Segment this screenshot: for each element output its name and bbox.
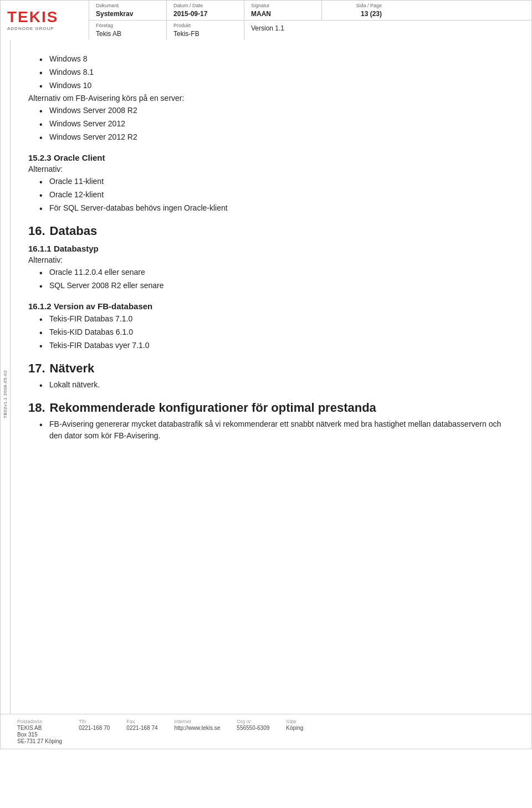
- list-item: FB-Avisering genererar mycket databastra…: [39, 418, 509, 442]
- produkt-value: Tekis-FB: [173, 30, 200, 38]
- tfn-value: 0221-168 70: [79, 725, 110, 731]
- alternativ-label: Alternativ:: [28, 165, 509, 173]
- section-18-body-list: FB-Avisering genererar mycket databastra…: [39, 418, 509, 442]
- logo-name: TEKIS: [7, 9, 58, 25]
- list-item: Windows Server 2012: [39, 118, 509, 130]
- section-16: 16. Databas: [28, 224, 509, 238]
- version-value: Version 1.1: [251, 24, 284, 32]
- list-item: Windows 8: [39, 53, 509, 65]
- sate-label: Säte: [286, 719, 303, 724]
- list-item: För SQL Server-databas behövs ingen Orac…: [39, 202, 509, 214]
- signatur-label: Signatur: [251, 3, 315, 8]
- header-version: Version 1.1: [244, 21, 322, 40]
- page-header: TEKIS ADDNODE GROUP Dokument Systemkrav …: [0, 0, 532, 40]
- list-item: Windows Server 2012 R2: [39, 131, 509, 143]
- list-item: Windows 10: [39, 80, 509, 91]
- list-item: Oracle 11.2.0.4 eller senare: [39, 267, 509, 278]
- section-18-title: Rekommenderade konfigurationer för optim…: [50, 401, 376, 415]
- header-sida: Sida / Page 13 (23): [322, 1, 388, 20]
- postadress-line3: SE-731 27 Köping: [17, 738, 62, 744]
- logo-subtext: ADDNODE GROUP: [7, 26, 54, 31]
- list-item: Windows 8.1: [39, 67, 509, 78]
- section-1611-number: 16.1.1: [28, 244, 52, 253]
- sate-value: Köping: [286, 725, 303, 731]
- section-18-number: 18.: [28, 401, 45, 415]
- footer-fax: Fax 0221-168 74: [126, 719, 157, 744]
- produkt-label: Produkt: [173, 23, 237, 28]
- list-item: SQL Server 2008 R2 eller senare: [39, 280, 509, 292]
- dokument-value: Systemkrav: [96, 10, 133, 18]
- header-signatur: Signatur MAAN: [244, 1, 322, 20]
- section-17-title: Nätverk: [50, 361, 95, 376]
- datum-value: 2015-09-17: [173, 10, 207, 18]
- header-datum: Datum / Date 2015-09-17: [167, 1, 244, 20]
- list-item: Tekis-FIR Databas 7.1.0: [39, 313, 509, 325]
- section-1611-title: Databastyp: [54, 244, 99, 253]
- datum-label: Datum / Date: [173, 3, 237, 8]
- footer-tfn: Tfn 0221-168 70: [79, 719, 110, 744]
- org-value: 556550-6309: [237, 725, 269, 731]
- header-meta-bottom: Företag Tekis AB Produkt Tekis-FB Versio…: [89, 21, 531, 40]
- document-content: Windows 8 Windows 8.1 Windows 10 Alterna…: [28, 53, 509, 442]
- footer-sate: Säte Köping: [286, 719, 303, 744]
- databas-list: Oracle 11.2.0.4 eller senare SQL Server …: [39, 267, 509, 292]
- alternativ-intro: Alternativ om FB-Avisering körs på en se…: [28, 94, 509, 103]
- section-1612-heading: 16.1.2 Version av FB-databasen: [28, 301, 509, 311]
- section-16-heading: 16. Databas: [28, 224, 509, 238]
- sida-value: 13 (23): [361, 10, 382, 18]
- postadress-line2: Box 315: [17, 732, 62, 738]
- header-foretag: Företag Tekis AB: [89, 21, 167, 40]
- section-17: 17. Nätverk Lokalt nätverk.: [28, 361, 509, 391]
- footer-internet: Internet http://www.tekis.se: [175, 719, 221, 744]
- list-item: Oracle 12-klient: [39, 189, 509, 201]
- section-1523: 15.2.3 Oracle Client Alternativ: Oracle …: [28, 153, 509, 214]
- section-1612-title: Version av FB-databasen: [54, 301, 152, 311]
- signatur-value: MAAN: [251, 10, 271, 18]
- server-list: Windows Server 2008 R2 Windows Server 20…: [39, 105, 509, 143]
- header-meta: Dokument Systemkrav Datum / Date 2015-09…: [89, 1, 531, 40]
- postadress-label: Postadress: [17, 719, 62, 724]
- internet-value: http://www.tekis.se: [175, 725, 221, 731]
- list-item: Oracle 11-klient: [39, 176, 509, 187]
- sidebar-version-text: TB02v1.1 2008-05-02: [3, 370, 8, 418]
- section-18-heading: 18. Rekommenderade konfigurationer för o…: [28, 401, 509, 415]
- header-produkt: Produkt Tekis-FB: [167, 21, 244, 40]
- list-item: Windows Server 2008 R2: [39, 105, 509, 116]
- sidebar-rotated-area: TB02v1.1 2008-05-02: [1, 40, 11, 749]
- internet-label: Internet: [175, 719, 221, 724]
- header-meta-top: Dokument Systemkrav Datum / Date 2015-09…: [89, 1, 531, 21]
- foretag-label: Företag: [96, 23, 160, 28]
- main-content-area: TB02v1.1 2008-05-02 Windows 8 Windows 8.…: [0, 40, 532, 749]
- list-item: Tekis-KID Databas 6.1.0: [39, 326, 509, 338]
- section-16-title: Databas: [50, 224, 98, 238]
- sida-label: Sida / Page: [329, 3, 382, 8]
- dokument-label: Dokument: [96, 3, 160, 8]
- footer-postadress: Postadress TEKIS AB Box 315 SE-731 27 Kö…: [17, 719, 62, 744]
- page-footer: Postadress TEKIS AB Box 315 SE-731 27 Kö…: [1, 714, 531, 749]
- section-1612: 16.1.2 Version av FB-databasen Tekis-FIR…: [28, 301, 509, 351]
- oracle-list: Oracle 11-klient Oracle 12-klient För SQ…: [39, 176, 509, 214]
- foretag-value: Tekis AB: [96, 30, 121, 38]
- section-18: 18. Rekommenderade konfigurationer för o…: [28, 401, 509, 442]
- section-17-heading: 17. Nätverk: [28, 361, 509, 376]
- company-logo: TEKIS ADDNODE GROUP: [1, 1, 89, 40]
- list-item: Tekis-FIR Databas vyer 7.1.0: [39, 340, 509, 351]
- section-16-number: 16.: [28, 224, 45, 238]
- footer-org: Org nr 556550-6309: [237, 719, 269, 744]
- fbdb-list: Tekis-FIR Databas 7.1.0 Tekis-KID Databa…: [39, 313, 509, 351]
- section-1523-number: 15.2.3: [28, 153, 52, 162]
- alternativ-label2: Alternativ:: [28, 255, 509, 264]
- section-1523-heading: 15.2.3 Oracle Client: [28, 153, 509, 162]
- header-dokument: Dokument Systemkrav: [89, 1, 167, 20]
- org-label: Org nr: [237, 719, 269, 724]
- fax-label: Fax: [126, 719, 157, 724]
- section-1523-title: Oracle Client: [54, 153, 105, 162]
- section-18-body: FB-Avisering genererar mycket databastra…: [49, 420, 501, 440]
- section-1611-heading: 16.1.1 Databastyp: [28, 244, 509, 253]
- natverk-list: Lokalt nätverk.: [39, 379, 509, 391]
- fax-value: 0221-168 74: [126, 725, 157, 731]
- list-item: Lokalt nätverk.: [39, 379, 509, 391]
- windows-list: Windows 8 Windows 8.1 Windows 10: [39, 53, 509, 91]
- section-1612-number: 16.1.2: [28, 301, 52, 311]
- postadress-line1: TEKIS AB: [17, 725, 62, 731]
